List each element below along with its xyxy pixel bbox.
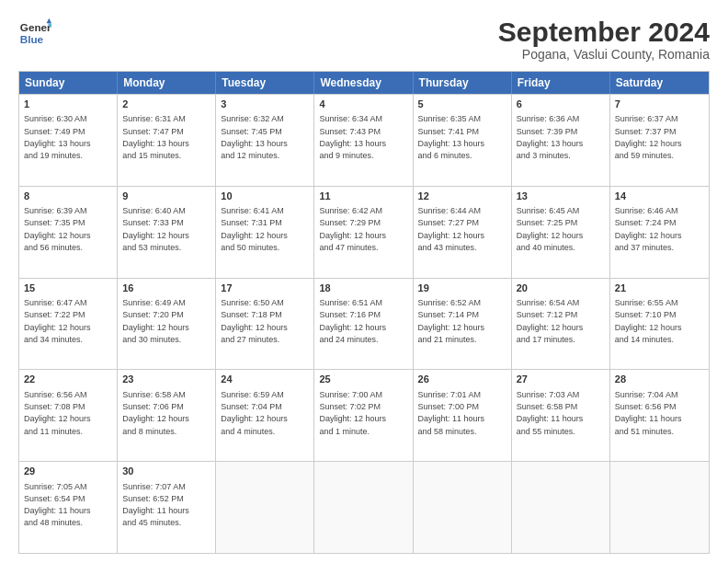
cal-cell-23: 23Sunrise: 6:58 AMSunset: 7:06 PMDayligh… [118, 370, 216, 461]
calendar-row-2: 15Sunrise: 6:47 AMSunset: 7:22 PMDayligh… [19, 278, 709, 370]
cal-cell-2: 2Sunrise: 6:31 AMSunset: 7:47 PMDaylight… [118, 95, 216, 186]
header-tuesday: Tuesday [216, 72, 314, 94]
calendar-row-0: 1Sunrise: 6:30 AMSunset: 7:49 PMDaylight… [19, 94, 709, 186]
cal-cell-7: 7Sunrise: 6:37 AMSunset: 7:37 PMDaylight… [610, 95, 709, 186]
month-title: September 2024 [498, 17, 710, 47]
header-sunday: Sunday [19, 72, 118, 94]
cal-cell-5: 5Sunrise: 6:35 AMSunset: 7:41 PMDaylight… [414, 95, 512, 186]
calendar-row-1: 8Sunrise: 6:39 AMSunset: 7:35 PMDaylight… [19, 186, 709, 278]
cal-cell-28: 28Sunrise: 7:04 AMSunset: 6:56 PMDayligh… [610, 370, 709, 461]
calendar-page: General Blue September 2024 Pogana, Vasl… [0, 0, 728, 563]
header-wednesday: Wednesday [314, 72, 413, 94]
calendar-body: 1Sunrise: 6:30 AMSunset: 7:49 PMDaylight… [19, 94, 709, 553]
cal-cell-16: 16Sunrise: 6:49 AMSunset: 7:20 PMDayligh… [118, 279, 216, 370]
cal-cell-6: 6Sunrise: 6:36 AMSunset: 7:39 PMDaylight… [512, 95, 610, 186]
calendar-header: Sunday Monday Tuesday Wednesday Thursday… [19, 72, 709, 94]
cal-cell-26: 26Sunrise: 7:01 AMSunset: 7:00 PMDayligh… [414, 370, 512, 461]
header-thursday: Thursday [414, 72, 512, 94]
logo-icon: General Blue [18, 17, 51, 50]
cal-cell-empty-r4c2 [216, 462, 314, 553]
cal-cell-14: 14Sunrise: 6:46 AMSunset: 7:24 PMDayligh… [610, 187, 709, 278]
cal-cell-29: 29Sunrise: 7:05 AMSunset: 6:54 PMDayligh… [19, 462, 118, 553]
cal-cell-17: 17Sunrise: 6:50 AMSunset: 7:18 PMDayligh… [216, 279, 314, 370]
cal-cell-3: 3Sunrise: 6:32 AMSunset: 7:45 PMDaylight… [216, 95, 314, 186]
cal-cell-30: 30Sunrise: 7:07 AMSunset: 6:52 PMDayligh… [118, 462, 216, 553]
cal-cell-24: 24Sunrise: 6:59 AMSunset: 7:04 PMDayligh… [216, 370, 314, 461]
cal-cell-11: 11Sunrise: 6:42 AMSunset: 7:29 PMDayligh… [314, 187, 413, 278]
cal-cell-27: 27Sunrise: 7:03 AMSunset: 6:58 PMDayligh… [512, 370, 610, 461]
cal-cell-25: 25Sunrise: 7:00 AMSunset: 7:02 PMDayligh… [314, 370, 413, 461]
header-monday: Monday [118, 72, 216, 94]
cal-cell-22: 22Sunrise: 6:56 AMSunset: 7:08 PMDayligh… [19, 370, 118, 461]
calendar-row-4: 29Sunrise: 7:05 AMSunset: 6:54 PMDayligh… [19, 461, 709, 553]
header: General Blue September 2024 Pogana, Vasl… [18, 17, 710, 62]
cal-cell-empty-r4c5 [512, 462, 610, 553]
logo: General Blue [18, 17, 51, 50]
cal-cell-empty-r4c3 [314, 462, 413, 553]
cal-cell-4: 4Sunrise: 6:34 AMSunset: 7:43 PMDaylight… [314, 95, 413, 186]
header-saturday: Saturday [610, 72, 709, 94]
calendar: Sunday Monday Tuesday Wednesday Thursday… [18, 71, 710, 554]
cal-cell-empty-r4c6 [610, 462, 709, 553]
cal-cell-10: 10Sunrise: 6:41 AMSunset: 7:31 PMDayligh… [216, 187, 314, 278]
cal-cell-12: 12Sunrise: 6:44 AMSunset: 7:27 PMDayligh… [414, 187, 512, 278]
svg-text:Blue: Blue [20, 33, 44, 45]
header-friday: Friday [512, 72, 610, 94]
cal-cell-21: 21Sunrise: 6:55 AMSunset: 7:10 PMDayligh… [610, 279, 709, 370]
cal-cell-19: 19Sunrise: 6:52 AMSunset: 7:14 PMDayligh… [414, 279, 512, 370]
cal-cell-13: 13Sunrise: 6:45 AMSunset: 7:25 PMDayligh… [512, 187, 610, 278]
cal-cell-9: 9Sunrise: 6:40 AMSunset: 7:33 PMDaylight… [118, 187, 216, 278]
location-title: Pogana, Vaslui County, Romania [498, 47, 710, 62]
cal-cell-empty-r4c4 [414, 462, 512, 553]
cal-cell-1: 1Sunrise: 6:30 AMSunset: 7:49 PMDaylight… [19, 95, 118, 186]
title-block: September 2024 Pogana, Vaslui County, Ro… [498, 17, 710, 62]
cal-cell-18: 18Sunrise: 6:51 AMSunset: 7:16 PMDayligh… [314, 279, 413, 370]
cal-cell-15: 15Sunrise: 6:47 AMSunset: 7:22 PMDayligh… [19, 279, 118, 370]
cal-cell-8: 8Sunrise: 6:39 AMSunset: 7:35 PMDaylight… [19, 187, 118, 278]
cal-cell-20: 20Sunrise: 6:54 AMSunset: 7:12 PMDayligh… [512, 279, 610, 370]
calendar-row-3: 22Sunrise: 6:56 AMSunset: 7:08 PMDayligh… [19, 369, 709, 461]
